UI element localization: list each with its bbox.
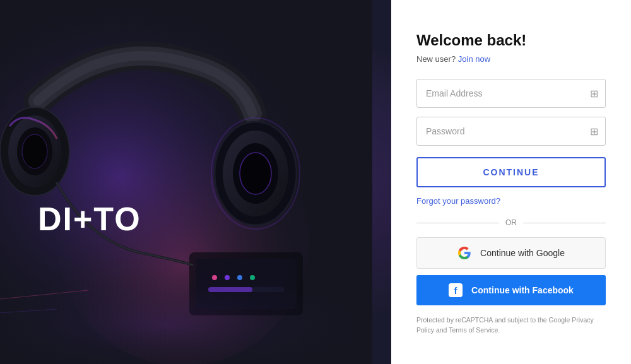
facebook-icon: f <box>449 283 463 297</box>
google-button-label: Continue with Google <box>480 248 565 258</box>
new-user-text: New user? Join now <box>416 54 606 64</box>
or-line-left <box>416 223 499 223</box>
recaptcha-notice: Protected by reCAPTCHA and subject to th… <box>416 315 606 336</box>
svg-point-10 <box>240 153 271 194</box>
google-icon <box>457 246 471 260</box>
email-wrapper: ⊞ <box>416 79 606 108</box>
svg-point-6 <box>22 134 47 168</box>
email-input[interactable] <box>416 79 606 108</box>
or-divider: OR <box>416 218 606 227</box>
forgot-password-link[interactable]: Forgot your password? <box>416 196 606 206</box>
password-icon: ⊞ <box>590 126 598 138</box>
or-line-right <box>523 223 606 223</box>
facebook-signin-button[interactable]: f Continue with Facebook <box>416 275 606 305</box>
password-wrapper: ⊞ <box>416 117 606 146</box>
new-user-label: New user? <box>416 54 456 64</box>
logo-text: DI+TO <box>38 201 141 237</box>
recaptcha-text-content: Protected by reCAPTCHA and subject to th… <box>416 316 594 334</box>
password-input[interactable] <box>416 117 606 146</box>
or-text: OR <box>505 218 517 227</box>
headphone-illustration <box>0 0 372 364</box>
join-link[interactable]: Join now <box>458 54 490 64</box>
email-icon: ⊞ <box>590 88 598 100</box>
google-signin-button[interactable]: Continue with Google <box>416 237 606 269</box>
facebook-button-label: Continue with Facebook <box>471 285 574 295</box>
welcome-title: Welcome back! <box>416 32 606 49</box>
continue-button[interactable]: CONTINUE <box>416 157 606 187</box>
app-logo: DI+TO <box>38 200 141 238</box>
login-panel: Welcome back! New user? Join now ⊞ ⊞ CON… <box>391 0 631 364</box>
svg-rect-22 <box>0 271 372 364</box>
